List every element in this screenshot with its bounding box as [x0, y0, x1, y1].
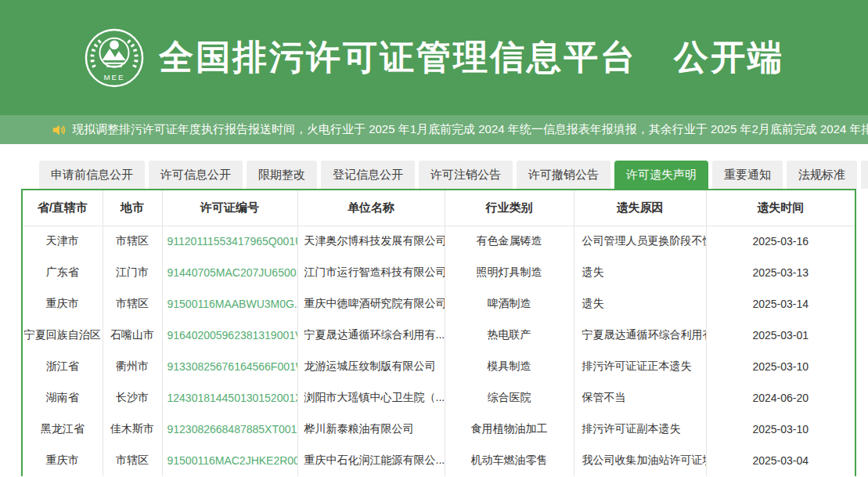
cell-permit-no-link[interactable]: 91330825676164566F001W — [162, 351, 297, 382]
tab-pre-application-info[interactable]: 申请前信息公开 — [39, 161, 145, 189]
cell-loss-date: 2025-03-13 — [706, 257, 855, 288]
cell-industry: 有色金属铸造 — [445, 226, 574, 257]
cell-province: 湖南省 — [23, 382, 103, 414]
column-header-city: 地市 — [103, 190, 162, 226]
announcement-text[interactable]: 现拟调整排污许可证年度执行报告报送时间，火电行业于 2025 年1月底前完成 2… — [72, 122, 868, 137]
cell-industry: 机动车燃油零售 — [445, 445, 574, 476]
mee-logo-icon: MEE — [84, 27, 145, 89]
cell-company: 龙游运城压纹制版有限公司 — [297, 351, 445, 382]
loss-declaration-panel: 省/直辖市 地市 许可证编号 单位名称 行业类别 遗失原因 遗失时间 天津市 市… — [21, 189, 856, 476]
table-header-row: 省/直辖市 地市 许可证编号 单位名称 行业类别 遗失原因 遗失时间 — [23, 190, 855, 226]
tab-registration-info[interactable]: 登记信息公开 — [321, 161, 415, 189]
cell-province: 重庆市 — [23, 445, 103, 476]
cell-loss-reason: 遗失 — [574, 288, 706, 320]
cell-loss-reason: 遗失 — [574, 257, 706, 288]
table-row: 重庆市 市辖区 91500116MAC2JHKE2R00... 重庆中石化润江能… — [23, 445, 855, 476]
table-row: 湖南省 长沙市 124301814450130152001X 浏阳市大瑶镇中心卫… — [23, 382, 855, 414]
cell-city: 石嘴山市 — [103, 320, 162, 351]
cell-industry: 食用植物油加工 — [445, 414, 574, 445]
tab-online-application[interactable]: 网上申报 — [861, 161, 868, 189]
cell-loss-reason: 排污许可证证正本遗失 — [574, 351, 706, 382]
cell-loss-date: 2025-03-16 — [706, 226, 855, 257]
cell-city: 市辖区 — [103, 288, 162, 320]
cell-loss-reason: 我公司收集加油站许可证填... — [574, 445, 706, 476]
cell-company: 江门市运行智造科技有限公司 — [297, 257, 445, 288]
cell-province: 重庆市 — [23, 288, 103, 320]
cell-permit-no-link[interactable]: 9123082668487885XT001X — [162, 414, 297, 445]
table-row: 黑龙江省 佳木斯市 9123082668487885XT001X 桦川新泰粮油有… — [23, 414, 855, 445]
cell-loss-reason: 公司管理人员更换阶段不慎... — [574, 226, 706, 257]
column-header-loss-reason: 遗失原因 — [574, 190, 706, 226]
announcement-bar: 现拟调整排污许可证年度执行报告报送时间，火电行业于 2025 年1月底前完成 2… — [0, 115, 868, 144]
column-header-province: 省/直辖市 — [23, 190, 103, 226]
table-row: 重庆市 市辖区 91500116MAABWU3M0G... 重庆中德啤酒研究院有… — [23, 288, 855, 320]
cell-city: 市辖区 — [103, 226, 162, 257]
loss-declaration-table: 省/直辖市 地市 许可证编号 单位名称 行业类别 遗失原因 遗失时间 天津市 市… — [23, 190, 855, 476]
cell-permit-no-link[interactable]: 916402005962381319001V — [162, 320, 297, 351]
cell-industry: 模具制造 — [445, 351, 574, 382]
cell-province: 广东省 — [23, 257, 103, 288]
column-header-permit-no: 许可证编号 — [162, 190, 297, 226]
cell-province: 天津市 — [23, 226, 103, 257]
cell-province: 黑龙江省 — [23, 414, 103, 445]
cell-permit-no-link[interactable]: 91500116MAC2JHKE2R00... — [162, 445, 297, 476]
cell-permit-no-link[interactable]: 91500116MAABWU3M0G... — [162, 288, 297, 320]
speaker-icon — [52, 123, 66, 137]
column-header-loss-date: 遗失时间 — [706, 190, 855, 226]
table-row: 宁夏回族自治区 石嘴山市 916402005962381319001V 宁夏晟达… — [23, 320, 855, 351]
cell-loss-date: 2024-06-20 — [706, 382, 855, 414]
table-row: 天津市 市辖区 91120111553417965Q001U 天津奥尔博科技发展… — [23, 226, 855, 257]
cell-permit-no-link[interactable]: 91440705MAC207JU65001U — [162, 257, 297, 288]
cell-company: 天津奥尔博科技发展有限公司 — [297, 226, 445, 257]
header: MEE 全国排污许可证管理信息平台 公开端 — [0, 0, 868, 115]
cell-loss-date: 2025-03-01 — [706, 320, 855, 351]
cell-loss-date: 2025-03-10 — [706, 414, 855, 445]
cell-industry: 照明灯具制造 — [445, 257, 574, 288]
page-title: 全国排污许可证管理信息平台 公开端 — [159, 34, 784, 81]
cell-loss-reason: 排污许可证副本遗失 — [574, 414, 706, 445]
tab-regulations[interactable]: 法规标准 — [787, 161, 857, 189]
cell-company: 宁夏晟达通循环综合利用有... — [297, 320, 445, 351]
cell-city: 佳木斯市 — [103, 414, 162, 445]
cell-province: 宁夏回族自治区 — [23, 320, 103, 351]
cell-city: 市辖区 — [103, 445, 162, 476]
cell-industry: 综合医院 — [445, 382, 574, 414]
cell-province: 浙江省 — [23, 351, 103, 382]
cell-loss-date: 2025-03-04 — [706, 445, 855, 476]
cell-loss-reason: 保管不当 — [574, 382, 706, 414]
cell-industry: 啤酒制造 — [445, 288, 574, 320]
cell-permit-no-link[interactable]: 124301814450130152001X — [162, 382, 297, 414]
cell-loss-reason: 宁夏晟达通循环综合利用有... — [574, 320, 706, 351]
tab-cancellation-notice[interactable]: 许可注销公告 — [419, 161, 513, 189]
cell-company: 浏阳市大瑶镇中心卫生院（... — [297, 382, 445, 414]
table-row: 广东省 江门市 91440705MAC207JU65001U 江门市运行智造科技… — [23, 257, 855, 288]
cell-permit-no-link[interactable]: 91120111553417965Q001U — [162, 226, 297, 257]
svg-text:MEE: MEE — [104, 73, 125, 81]
column-header-company: 单位名称 — [297, 190, 445, 226]
cell-city: 长沙市 — [103, 382, 162, 414]
cell-company: 桦川新泰粮油有限公司 — [297, 414, 445, 445]
table-row: 浙江省 衢州市 91330825676164566F001W 龙游运城压纹制版有… — [23, 351, 855, 382]
tab-loss-declaration[interactable]: 许可遗失声明 — [614, 161, 708, 189]
tab-permit-info[interactable]: 许可信息公开 — [149, 161, 243, 189]
tab-revocation-notice[interactable]: 许可撤销公告 — [517, 161, 610, 189]
cell-loss-date: 2025-03-14 — [706, 288, 855, 320]
column-header-industry: 行业类别 — [445, 190, 574, 226]
cell-loss-date: 2025-03-10 — [706, 351, 855, 382]
cell-company: 重庆中石化润江能源有限公... — [297, 445, 445, 476]
tab-bar: 申请前信息公开 许可信息公开 限期整改 登记信息公开 许可注销公告 许可撤销公告… — [0, 161, 868, 189]
cell-industry: 热电联产 — [445, 320, 574, 351]
tab-important-notice[interactable]: 重要通知 — [712, 161, 783, 189]
cell-city: 衢州市 — [103, 351, 162, 382]
tab-rectification[interactable]: 限期整改 — [247, 161, 317, 189]
cell-city: 江门市 — [103, 257, 162, 288]
cell-company: 重庆中德啤酒研究院有限公司 — [297, 288, 445, 320]
